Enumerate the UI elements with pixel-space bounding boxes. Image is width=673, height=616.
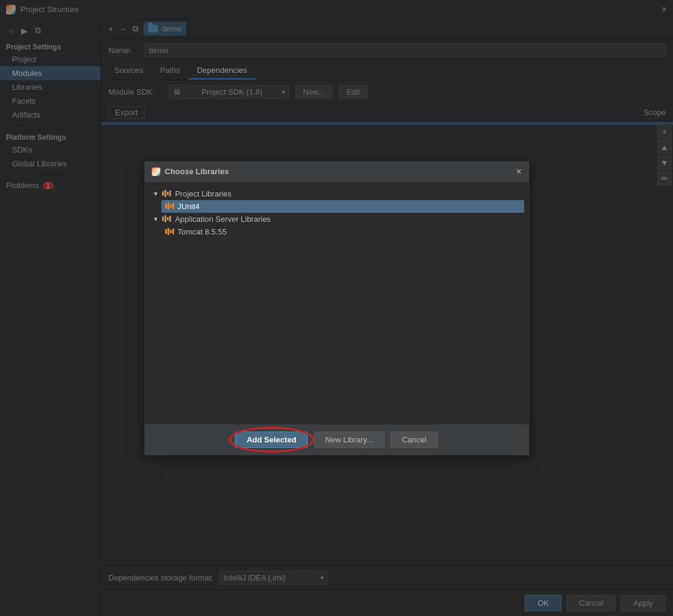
project-libs-icon	[162, 190, 171, 197]
project-libraries-children: JUnit4	[149, 200, 524, 213]
add-selected-button[interactable]: Add Selected	[235, 432, 307, 448]
dialog-app-icon	[152, 168, 160, 176]
add-selected-wrapper: Add Selected	[235, 432, 307, 448]
tomcat-icon	[165, 228, 174, 235]
choose-libraries-dialog: Choose Libraries × ▼ Project Libraries	[144, 161, 530, 456]
app-server-libs-triangle-icon: ▼	[153, 216, 159, 222]
app-server-libraries-label: Application Server Libraries	[175, 215, 271, 224]
dialog-cancel-button[interactable]: Cancel	[390, 432, 437, 448]
dialog-title: Choose Libraries	[152, 167, 229, 176]
project-libs-triangle-icon: ▼	[153, 190, 159, 197]
dialog-overlay: Choose Libraries × ▼ Project Libraries	[0, 0, 673, 616]
junit4-label: JUnit4	[178, 202, 200, 211]
project-libraries-group[interactable]: ▼ Project Libraries	[149, 187, 524, 200]
dialog-close-button[interactable]: ×	[516, 166, 521, 177]
dialog-footer: Add Selected New Library... Cancel	[145, 424, 529, 455]
tomcat-label: Tomcat 8.5.55	[178, 227, 227, 236]
junit4-icon	[165, 203, 174, 210]
dialog-title-text: Choose Libraries	[165, 167, 229, 176]
junit4-item[interactable]: JUnit4	[161, 200, 524, 213]
app-server-libraries-group[interactable]: ▼ Application Server Libraries	[149, 213, 524, 225]
new-library-button[interactable]: New Library...	[314, 432, 384, 448]
project-libraries-label: Project Libraries	[175, 189, 231, 198]
app-server-libraries-children: Tomcat 8.5.55	[149, 225, 524, 238]
dialog-content: ▼ Project Libraries JU	[145, 183, 529, 424]
tomcat-item[interactable]: Tomcat 8.5.55	[161, 225, 524, 238]
dialog-title-bar: Choose Libraries ×	[145, 162, 529, 183]
app-server-libs-icon	[162, 215, 171, 222]
